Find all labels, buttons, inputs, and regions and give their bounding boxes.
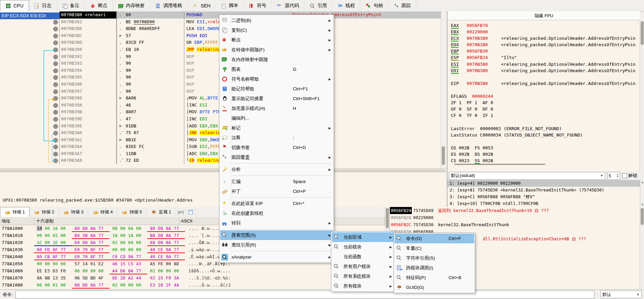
register-line[interactable]	[451, 119, 640, 125]
main-tab-脚本[interactable]: 脚本	[216, 0, 244, 11]
breakpoint-dot-icon[interactable]	[53, 55, 58, 59]
context-menu-item[interactable]: 注释;	[220, 133, 333, 143]
context-menu-item[interactable]: 汇编Space	[220, 177, 333, 186]
breakpoint-dot-icon[interactable]	[53, 48, 58, 52]
registers-splitter[interactable]	[454, 164, 545, 165]
register-line[interactable]: ZF 1 PF 1 AF 0	[451, 99, 640, 106]
scroll-thumb[interactable]	[641, 208, 644, 225]
dump-tab-转储 2[interactable]: 转储 2	[30, 207, 59, 217]
checkbox-icon[interactable]	[622, 173, 627, 178]
breakpoint-dot-icon[interactable]	[53, 124, 58, 129]
context-menu-item[interactable]: 分析▶	[220, 165, 333, 174]
command-input[interactable]	[16, 291, 594, 299]
dump-row[interactable]: 778A1060EE E3 D3 F006 00 00 00A4 D6 8A 7…	[0, 267, 385, 274]
main-tab-CPU[interactable]: CPU	[0, 0, 29, 11]
dump-tab-转储 5[interactable]: 转储 5	[117, 207, 147, 217]
breakpoint-dot-icon[interactable]	[53, 89, 58, 94]
breakpoint-dot-icon[interactable]	[53, 40, 58, 45]
dump-tab-监视 1[interactable]: 监视 1	[147, 207, 176, 217]
breakpoint-dot-icon[interactable]	[53, 82, 58, 87]
register-line[interactable]	[451, 138, 640, 145]
argument-row[interactable]: 3: [esp+C] 0056FB88 0056FB88 "樘V"	[448, 193, 640, 200]
breakpoint-dot-icon[interactable]	[53, 131, 58, 136]
context-menu-item[interactable]: 在此处设置 EIPCtrl+*	[220, 199, 333, 208]
breakpoint-dot-icon[interactable]	[53, 158, 58, 163]
main-tab-符号[interactable]: 符号	[244, 0, 272, 11]
dump-tab-转储 4[interactable]: 转储 4	[88, 207, 118, 217]
current-region-item[interactable]: GUID(G)	[395, 282, 474, 292]
main-tab-句柄[interactable]: 句柄	[360, 0, 388, 11]
context-menu-item[interactable]: 二进制(B)▶	[220, 16, 333, 25]
register-line[interactable]: LastError 00000002 (ERROR_FILE_NOT_FOUND…	[451, 125, 640, 132]
registers-pane[interactable]: 隐藏 FPU EAX 0056FB78EBX 00229000ECX 0070B…	[447, 11, 640, 171]
main-tab-备注[interactable]: 备注	[57, 0, 85, 11]
breakpoint-dot-icon[interactable]	[53, 34, 58, 38]
dump-tab-转储 1[interactable]: 转储 1	[0, 207, 30, 217]
context-menu-item[interactable]: 切换书签Ctrl+D	[220, 143, 333, 152]
main-tab-SEH[interactable]: SEH	[188, 0, 216, 11]
main-tab-日志[interactable]: 日志	[29, 0, 57, 11]
context-menu-item[interactable]: 助记符帮助Ctrl+F1	[220, 84, 333, 94]
context-menu-item[interactable]: 跟踪覆盖▶	[220, 152, 333, 162]
context-menu-item[interactable]: 编辑列...	[220, 113, 333, 123]
disassembly-scrollbar[interactable]	[441, 11, 446, 169]
search-scope-item[interactable]: 当前函数▶	[332, 252, 394, 262]
context-menu-item[interactable]: 标记▶	[220, 123, 333, 133]
register-line[interactable]	[451, 74, 640, 80]
register-line[interactable]: CF 0 TF 0 IF 1	[451, 112, 640, 119]
scroll-thumb[interactable]	[442, 146, 445, 165]
register-line[interactable]: EFLAGS 00000244	[451, 93, 640, 99]
main-tab-引用[interactable]: 引用	[304, 0, 332, 11]
breakpoint-dot-icon[interactable]	[53, 117, 58, 122]
search-scope-item[interactable]: 所有用户模块▶	[332, 262, 394, 271]
register-line[interactable]: EIP 0070B380 <relearing_packed.OptionalH…	[451, 80, 640, 87]
register-line[interactable]: ES 002B DS 002B	[451, 151, 640, 157]
dump-tab-[x=][interactable]: [x=]	[176, 207, 186, 217]
scroll-thumb[interactable]	[386, 208, 389, 228]
arguments-scrollbar[interactable]: ▲▼	[640, 180, 644, 207]
registers-scrollbar[interactable]	[640, 20, 644, 171]
stack-scrollbar[interactable]	[640, 207, 644, 289]
argument-row[interactable]: 2: [esp+8] 75745D30 <kernel32.BaseThread…	[448, 187, 640, 193]
context-menu-item[interactable]: xAnalyzer▶	[220, 252, 333, 262]
breakpoint-dot-icon[interactable]	[53, 96, 58, 101]
scroll-thumb[interactable]	[641, 21, 644, 45]
register-line[interactable]: EAX 0056FB78	[451, 22, 640, 29]
stepper-arrows-icon[interactable]: ▲▼	[616, 173, 619, 178]
register-line[interactable]: OF 0 SF 0 DF 0	[451, 106, 640, 112]
breakpoint-dot-icon[interactable]	[53, 75, 58, 80]
register-line[interactable]: ESI 0070B380 <relearing_packed.OptionalH…	[451, 61, 640, 67]
register-line[interactable]: LastStatus C0000034 (STATUS_OBJECT_NAME_…	[451, 132, 640, 138]
dump-row[interactable]: 778A10709A 8B 13 3596 5D BD 4F8E 2D A2 4…	[0, 274, 385, 281]
arg-depth-stepper[interactable]: 5 ▲▼	[607, 172, 620, 180]
register-line[interactable]: CS 0023 SS 002B	[451, 157, 640, 164]
register-line[interactable]: EDI 0070B380 <relearing_packed.OptionalH…	[451, 67, 640, 74]
register-line[interactable]	[451, 87, 640, 93]
register-line[interactable]: ESP 0056FB24 "I]tu"	[451, 54, 640, 61]
stack-row[interactable]: 0056FB2800229000	[390, 214, 640, 221]
search-scope-item[interactable]: 当前模块▶	[332, 242, 394, 252]
dump-row[interactable]: 778A108006 00 01 0088 D6 8A 7702 00 00 0…	[0, 281, 385, 289]
dump-tab-转储 3[interactable]: 转储 3	[59, 207, 88, 217]
register-line[interactable]: EDX 0070B380 <relearing_packed.OptionalH…	[451, 41, 640, 48]
register-line[interactable]: EBP 0056FB30	[451, 48, 640, 54]
breakpoint-dot-icon[interactable]	[53, 138, 58, 143]
context-menu-item[interactable]: 符号名称帮助▶	[220, 74, 333, 84]
calling-convention-select[interactable]: 默认(stdcall) ▼	[449, 172, 605, 180]
main-tab-断点[interactable]: 断点	[85, 0, 113, 11]
register-line[interactable]: EBX 00229000	[451, 29, 640, 35]
main-tab-线程[interactable]: 线程	[332, 0, 360, 11]
breakpoint-dot-icon[interactable]	[53, 61, 58, 66]
context-menu-item[interactable]: 显示助记符摘要Ctrl+Shift+F1	[220, 94, 333, 103]
search-scope-item[interactable]: 所有系统模块▶	[332, 271, 394, 281]
context-menu-item[interactable]: 查找引用(R)▶	[220, 240, 333, 250]
argument-row[interactable]: 1: [esp+4] 00229000 00229000	[448, 180, 640, 187]
argument-row[interactable]: 4: [esp+10] 7790CF0B ntdll.7790CF0B	[448, 200, 640, 207]
current-region-item[interactable]: 特征码(P)Ctrl+B	[395, 273, 474, 282]
breakpoint-dot-icon[interactable]	[53, 152, 58, 156]
context-menu-item[interactable]: 补丁Ctrl+P	[220, 186, 333, 196]
main-tab-调用堆栈[interactable]: 调用堆栈	[150, 0, 188, 11]
breakpoint-dot-icon[interactable]	[53, 27, 58, 31]
breakpoint-dot-icon[interactable]	[53, 110, 58, 115]
breakpoint-dot-icon[interactable]	[53, 68, 58, 73]
